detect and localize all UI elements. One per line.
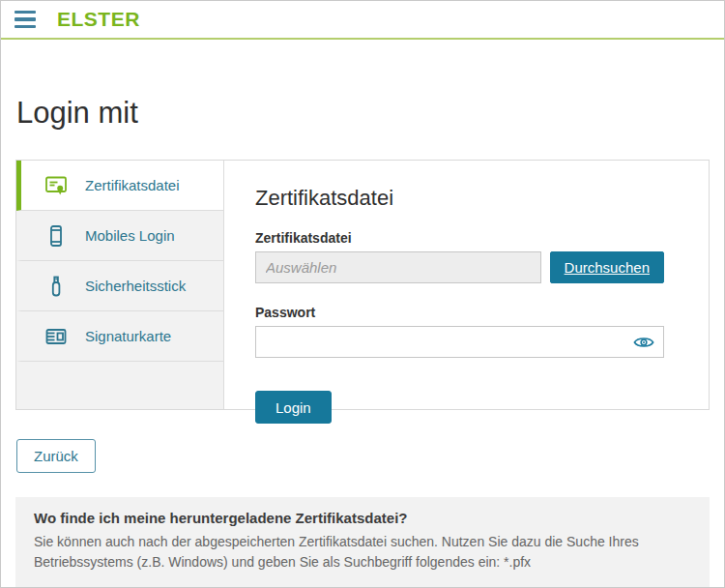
back-row: Zurück (1, 410, 724, 473)
certificate-file-input[interactable] (255, 251, 541, 283)
tab-label: Signaturkarte (85, 328, 171, 344)
hamburger-icon (14, 11, 36, 14)
help-box-title: Wo finde ich meine heruntergeladene Zert… (34, 510, 691, 526)
certificate-help-box: Wo finde ich meine heruntergeladene Zert… (15, 497, 710, 588)
certificate-icon (44, 173, 68, 198)
elster-logo[interactable]: ELSTER (57, 8, 140, 31)
eye-icon (633, 335, 654, 350)
certificate-login-form: Zertifikatsdatei Zertifikatsdatei Durchs… (223, 161, 709, 409)
help-box-text: Sie können auch nach der abgespeicherten… (34, 532, 672, 573)
usb-stick-icon (44, 274, 68, 299)
tab-mobiles-login[interactable]: Mobiles Login (16, 211, 223, 261)
show-password-button[interactable] (631, 333, 656, 352)
password-input[interactable] (255, 326, 664, 358)
tab-sicherheitsstick[interactable]: Sicherheitsstick (16, 261, 223, 311)
login-method-tabs: Zertifikatsdatei Mobiles Login Sicherhei… (16, 161, 223, 409)
tab-label: Mobiles Login (85, 227, 175, 244)
tab-signaturkarte[interactable]: Signaturkarte (16, 311, 223, 362)
login-method-panel: Zertifikatsdatei Mobiles Login Sicherhei… (15, 160, 710, 410)
menu-button[interactable] (14, 11, 36, 28)
hamburger-icon (14, 17, 36, 20)
browse-button[interactable]: Durchsuchen (550, 251, 664, 283)
hamburger-icon (14, 25, 36, 28)
tab-label: Zertifikatsdatei (85, 177, 180, 193)
signature-card-icon (44, 324, 68, 349)
form-heading: Zertifikatsdatei (255, 186, 664, 211)
login-page: ELSTER Login mit Zertifikatsdatei (0, 0, 725, 588)
tab-label: Sicherheitsstick (85, 278, 186, 294)
password-label: Passwort (255, 305, 664, 320)
sidebar-filler (16, 362, 223, 409)
smartphone-icon (44, 223, 68, 249)
certificate-file-label: Zertifikatsdatei (255, 230, 664, 246)
back-button[interactable]: Zurück (16, 439, 96, 473)
certificate-file-row: Durchsuchen (255, 251, 664, 283)
password-field-wrap (255, 326, 664, 358)
tab-zertifikatsdatei[interactable]: Zertifikatsdatei (16, 161, 223, 211)
page-title: Login mit (16, 96, 709, 131)
top-bar: ELSTER (1, 1, 724, 40)
